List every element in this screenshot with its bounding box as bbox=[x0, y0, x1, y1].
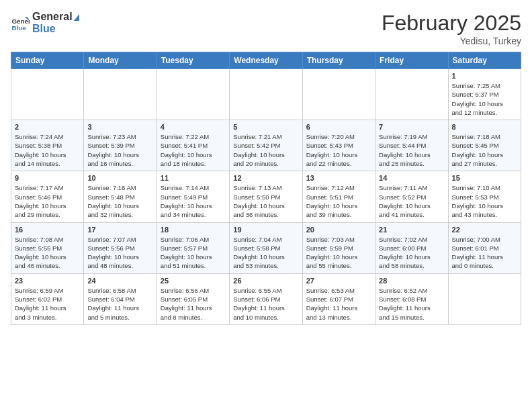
calendar-cell: 8Sunrise: 7:18 AM Sunset: 5:45 PM Daylig… bbox=[448, 120, 521, 171]
logo-general: General bbox=[32, 11, 73, 22]
day-number: 19 bbox=[233, 226, 298, 234]
calendar-cell bbox=[84, 69, 157, 120]
day-info: Sunrise: 6:52 AM Sunset: 6:08 PM Dayligh… bbox=[379, 286, 444, 322]
day-info: Sunrise: 7:25 AM Sunset: 5:37 PM Dayligh… bbox=[452, 81, 517, 117]
weekday-header: Sunday bbox=[11, 52, 84, 69]
day-number: 20 bbox=[306, 226, 371, 234]
day-number: 22 bbox=[452, 226, 517, 234]
calendar-cell: 17Sunrise: 7:07 AM Sunset: 5:56 PM Dayli… bbox=[84, 222, 157, 273]
day-number: 7 bbox=[379, 123, 444, 131]
day-number: 10 bbox=[87, 174, 152, 182]
day-info: Sunrise: 7:17 AM Sunset: 5:46 PM Dayligh… bbox=[15, 183, 80, 219]
calendar-cell: 10Sunrise: 7:16 AM Sunset: 5:48 PM Dayli… bbox=[84, 171, 157, 222]
title-block: February 2025 Yedisu, Turkey bbox=[382, 11, 521, 46]
svg-text:Blue: Blue bbox=[11, 24, 26, 32]
day-number: 28 bbox=[379, 277, 444, 285]
calendar-cell: 5Sunrise: 7:21 AM Sunset: 5:42 PM Daylig… bbox=[230, 120, 302, 171]
day-info: Sunrise: 7:14 AM Sunset: 5:49 PM Dayligh… bbox=[161, 183, 226, 219]
day-number: 18 bbox=[161, 226, 226, 234]
calendar-cell bbox=[230, 69, 302, 120]
logo: General Blue General Blue bbox=[11, 11, 81, 34]
day-number: 12 bbox=[233, 174, 298, 182]
day-info: Sunrise: 6:58 AM Sunset: 6:04 PM Dayligh… bbox=[87, 286, 152, 322]
day-info: Sunrise: 7:13 AM Sunset: 5:50 PM Dayligh… bbox=[233, 183, 298, 219]
day-info: Sunrise: 7:06 AM Sunset: 5:57 PM Dayligh… bbox=[161, 235, 226, 271]
calendar-cell: 1Sunrise: 7:25 AM Sunset: 5:37 PM Daylig… bbox=[448, 69, 521, 120]
calendar-cell: 15Sunrise: 7:10 AM Sunset: 5:53 PM Dayli… bbox=[448, 171, 521, 222]
location-subtitle: Yedisu, Turkey bbox=[382, 36, 521, 46]
calendar-cell bbox=[11, 69, 84, 120]
calendar-cell: 20Sunrise: 7:03 AM Sunset: 5:59 PM Dayli… bbox=[302, 222, 375, 273]
day-number: 2 bbox=[15, 123, 80, 131]
day-number: 13 bbox=[306, 174, 371, 182]
day-number: 21 bbox=[379, 226, 444, 234]
day-info: Sunrise: 7:03 AM Sunset: 5:59 PM Dayligh… bbox=[306, 235, 371, 271]
day-info: Sunrise: 7:24 AM Sunset: 5:38 PM Dayligh… bbox=[15, 132, 80, 168]
day-info: Sunrise: 7:19 AM Sunset: 5:44 PM Dayligh… bbox=[379, 132, 444, 168]
day-number: 8 bbox=[452, 123, 517, 131]
weekday-header: Friday bbox=[375, 52, 448, 69]
calendar-week-row: 2Sunrise: 7:24 AM Sunset: 5:38 PM Daylig… bbox=[11, 120, 521, 171]
calendar-cell bbox=[302, 69, 375, 120]
day-number: 9 bbox=[15, 174, 80, 182]
calendar-cell bbox=[375, 69, 448, 120]
day-info: Sunrise: 7:04 AM Sunset: 5:58 PM Dayligh… bbox=[233, 235, 298, 271]
day-number: 24 bbox=[87, 277, 152, 285]
calendar-cell: 4Sunrise: 7:22 AM Sunset: 5:41 PM Daylig… bbox=[157, 120, 229, 171]
calendar-cell bbox=[448, 273, 521, 324]
day-info: Sunrise: 7:16 AM Sunset: 5:48 PM Dayligh… bbox=[87, 183, 152, 219]
day-info: Sunrise: 7:23 AM Sunset: 5:39 PM Dayligh… bbox=[87, 132, 152, 168]
day-info: Sunrise: 7:10 AM Sunset: 5:53 PM Dayligh… bbox=[452, 183, 517, 219]
calendar-cell: 28Sunrise: 6:52 AM Sunset: 6:08 PM Dayli… bbox=[375, 273, 448, 324]
day-number: 11 bbox=[161, 174, 226, 182]
day-number: 26 bbox=[233, 277, 298, 285]
day-info: Sunrise: 7:00 AM Sunset: 6:01 PM Dayligh… bbox=[452, 235, 517, 271]
day-number: 4 bbox=[161, 123, 226, 131]
calendar-cell: 24Sunrise: 6:58 AM Sunset: 6:04 PM Dayli… bbox=[84, 273, 157, 324]
calendar-cell: 23Sunrise: 6:59 AM Sunset: 6:02 PM Dayli… bbox=[11, 273, 84, 324]
weekday-header: Tuesday bbox=[157, 52, 229, 69]
day-info: Sunrise: 7:02 AM Sunset: 6:00 PM Dayligh… bbox=[379, 235, 444, 271]
calendar-cell: 27Sunrise: 6:53 AM Sunset: 6:07 PM Dayli… bbox=[302, 273, 375, 324]
calendar-cell: 22Sunrise: 7:00 AM Sunset: 6:01 PM Dayli… bbox=[448, 222, 521, 273]
day-info: Sunrise: 7:11 AM Sunset: 5:52 PM Dayligh… bbox=[379, 183, 444, 219]
calendar-cell: 25Sunrise: 6:56 AM Sunset: 6:05 PM Dayli… bbox=[157, 273, 229, 324]
calendar-cell: 13Sunrise: 7:12 AM Sunset: 5:51 PM Dayli… bbox=[302, 171, 375, 222]
day-number: 25 bbox=[161, 277, 226, 285]
day-info: Sunrise: 6:56 AM Sunset: 6:05 PM Dayligh… bbox=[161, 286, 226, 322]
day-number: 23 bbox=[15, 277, 80, 285]
calendar-week-row: 9Sunrise: 7:17 AM Sunset: 5:46 PM Daylig… bbox=[11, 171, 521, 222]
day-number: 17 bbox=[87, 226, 152, 234]
page-header: General Blue General Blue February 2025 … bbox=[11, 11, 521, 46]
day-info: Sunrise: 7:07 AM Sunset: 5:56 PM Dayligh… bbox=[87, 235, 152, 271]
calendar-cell: 12Sunrise: 7:13 AM Sunset: 5:50 PM Dayli… bbox=[230, 171, 302, 222]
calendar-cell: 16Sunrise: 7:08 AM Sunset: 5:55 PM Dayli… bbox=[11, 222, 84, 273]
day-number: 3 bbox=[87, 123, 152, 131]
day-info: Sunrise: 7:18 AM Sunset: 5:45 PM Dayligh… bbox=[452, 132, 517, 168]
calendar-cell: 14Sunrise: 7:11 AM Sunset: 5:52 PM Dayli… bbox=[375, 171, 448, 222]
calendar-week-row: 1Sunrise: 7:25 AM Sunset: 5:37 PM Daylig… bbox=[11, 69, 521, 120]
day-number: 1 bbox=[452, 72, 517, 80]
day-info: Sunrise: 7:20 AM Sunset: 5:43 PM Dayligh… bbox=[306, 132, 371, 168]
calendar-cell: 9Sunrise: 7:17 AM Sunset: 5:46 PM Daylig… bbox=[11, 171, 84, 222]
day-info: Sunrise: 6:55 AM Sunset: 6:06 PM Dayligh… bbox=[233, 286, 298, 322]
calendar-cell: 18Sunrise: 7:06 AM Sunset: 5:57 PM Dayli… bbox=[157, 222, 229, 273]
day-number: 5 bbox=[233, 123, 298, 131]
day-info: Sunrise: 7:08 AM Sunset: 5:55 PM Dayligh… bbox=[15, 235, 80, 271]
day-info: Sunrise: 7:12 AM Sunset: 5:51 PM Dayligh… bbox=[306, 183, 371, 219]
logo-icon: General Blue bbox=[11, 13, 30, 32]
calendar-cell: 6Sunrise: 7:20 AM Sunset: 5:43 PM Daylig… bbox=[302, 120, 375, 171]
month-year-title: February 2025 bbox=[382, 11, 521, 36]
calendar-week-row: 23Sunrise: 6:59 AM Sunset: 6:02 PM Dayli… bbox=[11, 273, 521, 324]
weekday-header: Wednesday bbox=[230, 52, 302, 69]
day-number: 27 bbox=[306, 277, 371, 285]
calendar-cell: 3Sunrise: 7:23 AM Sunset: 5:39 PM Daylig… bbox=[84, 120, 157, 171]
weekday-header: Saturday bbox=[448, 52, 521, 69]
day-info: Sunrise: 6:59 AM Sunset: 6:02 PM Dayligh… bbox=[15, 286, 80, 322]
calendar-cell: 11Sunrise: 7:14 AM Sunset: 5:49 PM Dayli… bbox=[157, 171, 229, 222]
weekday-header-row: SundayMondayTuesdayWednesdayThursdayFrid… bbox=[11, 52, 521, 69]
calendar-cell: 26Sunrise: 6:55 AM Sunset: 6:06 PM Dayli… bbox=[230, 273, 302, 324]
calendar-cell: 19Sunrise: 7:04 AM Sunset: 5:58 PM Dayli… bbox=[230, 222, 302, 273]
day-number: 6 bbox=[306, 123, 371, 131]
day-number: 14 bbox=[379, 174, 444, 182]
